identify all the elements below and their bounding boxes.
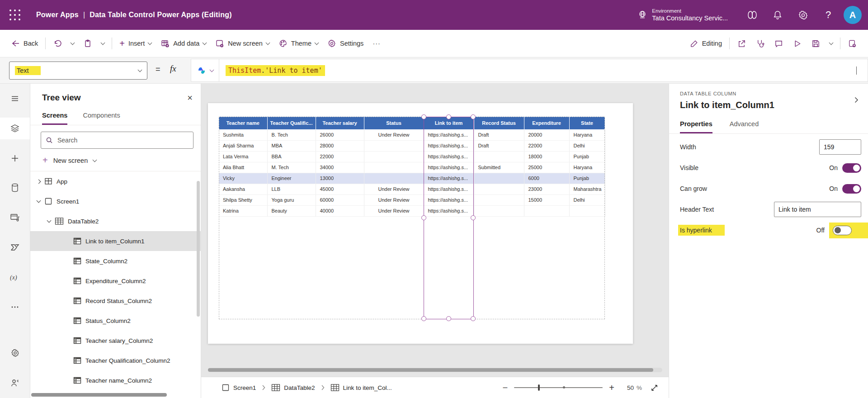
visible-toggle[interactable] <box>842 163 861 173</box>
formula-copilot-button[interactable] <box>191 66 219 76</box>
zoom-out-button[interactable]: − <box>496 383 514 393</box>
tree-item-status-column2[interactable]: Status_Column2 <box>30 311 201 331</box>
zoom-slider[interactable] <box>514 387 603 388</box>
tree-item-expenditure-column2[interactable]: Expenditure_Column2 <box>30 271 201 291</box>
rail-variables-icon[interactable]: (x) <box>0 266 30 288</box>
table-header-teacher-salary[interactable]: Teacher salary <box>316 117 364 129</box>
back-button[interactable]: Back <box>6 34 42 52</box>
formula-expand-chevron[interactable] <box>845 66 868 75</box>
table-header-record-status[interactable]: Record Status <box>474 117 524 129</box>
paste-dropdown[interactable] <box>97 34 109 52</box>
breadcrumb-datatable2[interactable]: DataTable2 <box>271 384 315 392</box>
breadcrumb-separator-icon <box>321 384 325 391</box>
rail-insert-plus-icon[interactable] <box>0 147 30 169</box>
table-row[interactable]: VickyEngineer13000https://ashishg.s...60… <box>219 173 605 184</box>
paste-button[interactable] <box>79 34 97 52</box>
undo-button[interactable] <box>48 34 66 52</box>
table-row[interactable]: Alia BhattM. Tech34000https://ashishg.s.… <box>219 162 605 173</box>
tree-item-teacher-qualification-column2[interactable]: Teacher Qualification_Column2 <box>30 351 201 370</box>
rail-power-automate-icon[interactable] <box>0 237 30 258</box>
formula-input[interactable]: ThisItem.'Link to item' <box>191 59 868 82</box>
chevron-right-icon[interactable] <box>37 179 41 184</box>
tree-search-input[interactable]: Search <box>41 132 193 149</box>
tree-tab-components[interactable]: Components <box>83 112 120 125</box>
zoom-in-button[interactable]: + <box>603 383 621 393</box>
tree-item-datatable2[interactable]: DataTable2 <box>30 211 201 231</box>
rail-media-icon[interactable] <box>0 207 30 228</box>
notifications-bell-icon[interactable] <box>765 0 790 30</box>
tree-item-record-status-column2[interactable]: Record Status_Column2 <box>30 291 201 311</box>
panel-tab-properties[interactable]: Properties <box>680 120 712 133</box>
table-row[interactable]: Anjali SharmaMBA28000https://ashishg.s..… <box>219 140 605 151</box>
share-button[interactable] <box>732 34 751 52</box>
table-cell: 60000 <box>316 194 364 205</box>
command-bar: Back + Insert Add data New screen Theme … <box>0 30 868 57</box>
rail-more-icon[interactable] <box>0 296 30 318</box>
table-row[interactable]: SushmitaB. Tech26000Under Reviewhttps://… <box>219 129 605 140</box>
tree-vertical-scrollbar[interactable] <box>197 181 200 317</box>
zoom-slider-thumb[interactable] <box>538 384 540 391</box>
tree-item-teacher-salary-column2[interactable]: Teacher salary_Column2 <box>30 331 201 351</box>
table-header-expenditure[interactable]: Expenditure <box>524 117 569 129</box>
tree-item-app[interactable]: App <box>30 171 201 191</box>
app-checker-button[interactable] <box>751 34 769 52</box>
table-header-state[interactable]: State <box>569 117 605 129</box>
theme-button[interactable]: Theme <box>274 34 323 52</box>
width-input[interactable]: 159 <box>819 139 861 155</box>
rail-advanced-tools-icon[interactable] <box>0 372 30 394</box>
property-selector[interactable]: Text <box>9 62 147 80</box>
tree-item-link-to-item-column1[interactable]: Link to item_Column1 <box>30 231 201 251</box>
close-icon[interactable]: × <box>187 93 193 102</box>
table-cell: 23000 <box>524 184 569 194</box>
insert-button[interactable]: + Insert <box>115 34 156 52</box>
table-header-status[interactable]: Status <box>364 117 424 129</box>
fit-to-window-icon[interactable] <box>650 384 659 392</box>
table-row[interactable]: KatrinaBeauty40000Under Reviewhttps://as… <box>219 205 605 216</box>
tree-new-screen-button[interactable]: + New screen <box>30 149 201 171</box>
table-row[interactable]: AakanshaLLB45000Under Reviewhttps://ashi… <box>219 184 605 194</box>
rail-tree-view-icon[interactable] <box>0 118 30 139</box>
chevron-down-icon[interactable] <box>47 218 52 223</box>
breadcrumb-screen1[interactable]: Screen1 <box>222 384 256 392</box>
table-row[interactable]: Shilpa ShettyYoga guru60000Under Reviewh… <box>219 194 605 205</box>
settings-gear-icon[interactable] <box>790 0 816 30</box>
panel-tab-advanced[interactable]: Advanced <box>730 120 759 133</box>
settings-button[interactable]: Settings <box>323 34 368 52</box>
save-button[interactable] <box>807 34 825 52</box>
tree-item-state-column2[interactable]: State_Column2 <box>30 251 201 271</box>
more-commands-button[interactable]: ··· <box>368 34 385 52</box>
environment-picker[interactable]: Environment Tata Consultancy Servic... <box>626 0 740 30</box>
table-row[interactable]: Lata VermaBBA22000https://ashishg.s...18… <box>219 151 605 162</box>
editing-mode-button[interactable]: Editing <box>685 34 726 52</box>
comments-button[interactable] <box>769 34 788 52</box>
table-header-link-to-item[interactable]: Link to item <box>424 117 474 129</box>
data-table-control[interactable]: Teacher nameTeacher Qualific...Teacher s… <box>219 117 605 217</box>
waffle-menu-icon[interactable] <box>0 0 30 30</box>
tree-horizontal-scrollbar[interactable] <box>31 393 167 397</box>
chevron-down-icon[interactable] <box>37 199 41 203</box>
rail-menu-icon[interactable] <box>0 88 30 109</box>
save-dropdown[interactable] <box>825 34 837 52</box>
is-hyperlink-toggle[interactable] <box>833 226 852 235</box>
tree-item-screen1[interactable]: Screen1 <box>30 191 201 211</box>
can-grow-toggle[interactable] <box>842 184 861 194</box>
preview-play-button[interactable] <box>788 34 807 52</box>
add-data-button[interactable]: Add data <box>156 34 211 52</box>
copilot-icon[interactable] <box>740 0 765 30</box>
table-cell: MBA <box>267 140 316 151</box>
user-avatar[interactable]: A <box>844 6 862 24</box>
canvas-horizontal-scrollbar[interactable] <box>208 368 662 372</box>
help-icon[interactable]: ? <box>816 0 841 30</box>
header-text-input[interactable]: Link to item <box>774 202 861 217</box>
new-screen-button[interactable]: New screen <box>211 34 274 52</box>
table-header-teacher-name[interactable]: Teacher name <box>219 117 267 129</box>
publish-button[interactable] <box>843 34 862 52</box>
tree-tab-screens[interactable]: Screens <box>42 112 67 125</box>
panel-collapse-chevron[interactable] <box>853 96 860 104</box>
table-header-teacher-qualific-[interactable]: Teacher Qualific... <box>267 117 316 129</box>
undo-dropdown[interactable] <box>66 34 79 52</box>
rail-settings-icon[interactable] <box>0 342 30 364</box>
breadcrumb-link-to-item-col-[interactable]: Link to item_Col... <box>330 384 392 392</box>
tree-item-teacher-name-column2[interactable]: Teacher name_Column2 <box>30 370 201 390</box>
rail-data-icon[interactable] <box>0 177 30 199</box>
